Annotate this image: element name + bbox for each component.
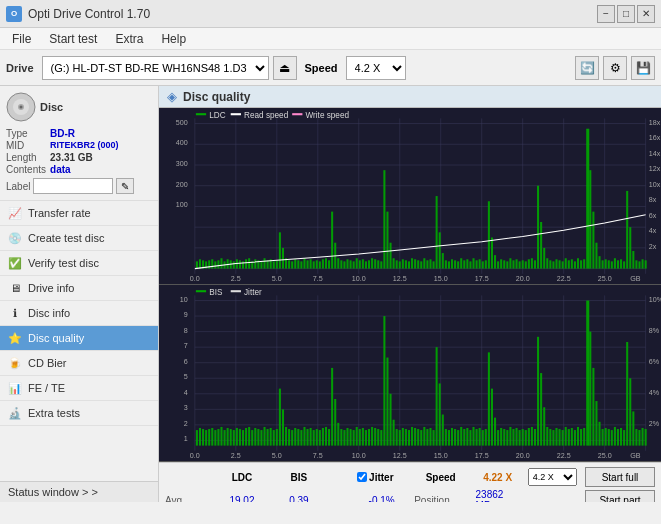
label-row: Label ✎ [6, 178, 152, 194]
svg-rect-50 [273, 261, 275, 268]
svg-text:20.0: 20.0 [516, 451, 530, 460]
svg-text:6%: 6% [649, 357, 660, 366]
svg-rect-323 [491, 389, 493, 446]
svg-rect-283 [368, 429, 370, 446]
svg-rect-96 [414, 259, 416, 268]
contents-key: Contents [6, 164, 46, 175]
svg-text:2: 2 [184, 419, 188, 428]
svg-rect-37 [233, 261, 235, 268]
nav-disc-quality[interactable]: ⭐ Disc quality [0, 326, 158, 351]
speed-select[interactable]: 4.2 X [346, 56, 406, 80]
drive-label: Drive [6, 62, 34, 74]
speed-select-stats[interactable]: 4.2 X [528, 468, 577, 486]
svg-rect-44 [254, 259, 256, 268]
status-window-button[interactable]: Status window > > [0, 481, 158, 502]
svg-text:2%: 2% [649, 419, 660, 428]
svg-rect-229 [202, 429, 204, 446]
start-part-button[interactable]: Start part [585, 490, 655, 502]
svg-rect-293 [399, 430, 401, 446]
nav-verify-test-disc[interactable]: ✅ Verify test disc [0, 251, 158, 276]
menu-file[interactable]: File [4, 30, 39, 48]
svg-rect-275 [343, 430, 345, 446]
jitter-checkbox[interactable] [357, 472, 367, 482]
close-button[interactable]: ✕ [637, 5, 655, 23]
top-chart-svg: LDC Read speed Write speed 500 400 300 2… [159, 108, 661, 284]
svg-rect-170 [642, 259, 644, 268]
svg-rect-274 [340, 429, 342, 446]
nav-drive-info[interactable]: 🖥 Drive info [0, 276, 158, 301]
svg-rect-38 [236, 259, 238, 268]
svg-rect-105 [442, 253, 444, 269]
svg-rect-267 [319, 430, 321, 446]
svg-rect-59 [300, 261, 302, 268]
save-button[interactable]: 💾 [631, 56, 655, 80]
svg-rect-345 [559, 429, 561, 446]
svg-rect-132 [525, 261, 527, 268]
svg-rect-312 [457, 430, 459, 446]
nav-create-test-disc[interactable]: 💿 Create test disc [0, 226, 158, 251]
svg-rect-91 [399, 261, 401, 268]
svg-rect-310 [451, 428, 453, 446]
svg-rect-273 [337, 423, 339, 446]
svg-rect-344 [555, 428, 557, 446]
svg-rect-252 [273, 430, 275, 446]
svg-rect-147 [571, 259, 573, 268]
svg-rect-255 [282, 410, 284, 446]
start-full-button[interactable]: Start full [585, 467, 655, 487]
svg-rect-78 [359, 260, 361, 268]
svg-rect-71 [337, 258, 339, 268]
svg-text:3: 3 [184, 403, 188, 412]
svg-rect-288 [383, 316, 385, 446]
eject-button[interactable]: ⏏ [273, 56, 297, 80]
nav-disc-quality-label: Disc quality [28, 332, 84, 344]
drive-select[interactable]: (G:) HL-DT-ST BD-RE WH16NS48 1.D3 [42, 56, 269, 80]
nav-cd-bier-label: CD Bier [28, 357, 67, 369]
menu-help[interactable]: Help [153, 30, 194, 48]
svg-rect-362 [611, 430, 613, 446]
nav-disc-info[interactable]: ℹ Disc info [0, 301, 158, 326]
nav-transfer-rate[interactable]: 📈 Transfer rate [0, 201, 158, 226]
nav-fe-te[interactable]: 📊 FE / TE [0, 376, 158, 401]
svg-rect-116 [476, 260, 478, 268]
svg-text:Write speed: Write speed [306, 111, 350, 120]
svg-rect-143 [559, 260, 561, 268]
svg-rect-350 [574, 430, 576, 446]
menu-extra[interactable]: Extra [107, 30, 151, 48]
svg-text:22.5: 22.5 [557, 274, 571, 283]
svg-rect-230 [205, 430, 207, 446]
svg-rect-66 [322, 259, 324, 268]
svg-text:2.5: 2.5 [231, 274, 241, 283]
settings-button[interactable]: ⚙ [603, 56, 627, 80]
drive-info-icon: 🖥 [8, 281, 22, 295]
svg-rect-164 [623, 261, 625, 268]
create-test-disc-icon: 💿 [8, 231, 22, 245]
svg-rect-285 [374, 428, 376, 446]
minimize-button[interactable]: − [597, 5, 615, 23]
menu-start-test[interactable]: Start test [41, 30, 105, 48]
svg-rect-330 [512, 429, 514, 446]
svg-rect-349 [571, 428, 573, 446]
nav-extra-tests[interactable]: 🔬 Extra tests [0, 401, 158, 426]
label-edit-button[interactable]: ✎ [116, 178, 134, 194]
svg-rect-300 [420, 430, 422, 446]
svg-rect-174 [231, 113, 241, 115]
label-input[interactable] [33, 178, 113, 194]
maximize-button[interactable]: □ [617, 5, 635, 23]
svg-text:14x: 14x [649, 149, 661, 158]
svg-rect-77 [356, 258, 358, 268]
svg-rect-138 [543, 248, 545, 269]
refresh-button[interactable]: 🔄 [575, 56, 599, 80]
svg-rect-318 [476, 429, 478, 446]
svg-rect-26 [199, 259, 201, 268]
svg-rect-155 [595, 243, 597, 269]
sidebar: Disc Type BD-R MID RITEKBR2 (000) Length… [0, 86, 159, 502]
svg-rect-243 [245, 428, 247, 446]
svg-rect-248 [260, 430, 262, 446]
svg-rect-231 [208, 429, 210, 446]
svg-text:BIS: BIS [209, 288, 223, 297]
svg-rect-346 [562, 430, 564, 446]
svg-rect-130 [519, 261, 521, 268]
nav-cd-bier[interactable]: 🍺 CD Bier [0, 351, 158, 376]
svg-rect-372 [642, 428, 644, 446]
svg-text:6: 6 [184, 357, 188, 366]
